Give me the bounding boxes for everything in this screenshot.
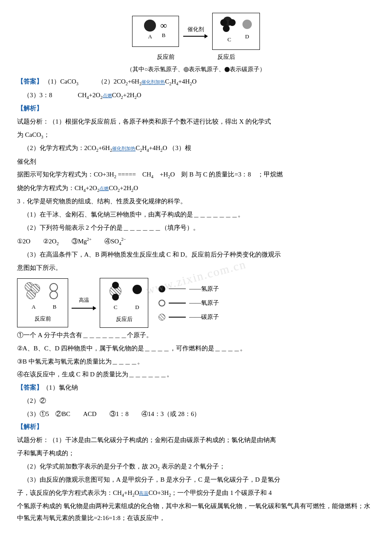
mol-A-label: A [148,32,152,41]
analysis3-p4: 子，该反应的化学方程式表示为：CH4+H2O高温CO+3H2；一个甲烷分子是由 … [17,487,375,499]
analysis1-title: 试题分析：（1）根据化学反应前后，各原子种类和原子个数不进行比较，得出 X 的化… [17,116,375,128]
analysis-catalyst-heat: 催化剂加热 [112,146,135,151]
mol-B-infinity: ∞ [160,21,167,30]
analysis1-p3: 催化剂 [17,156,375,168]
page-content: A ∞ B 催化剂 [17,13,375,524]
catalyst-label: 催化剂 [187,24,204,34]
after-molecules: C D [220,17,252,44]
diagram2-before-box: A B 反应前 [17,278,68,327]
q3-q3: （3）在高温条件下，A、B 两种物质发生反应生成 C 和 D。反应前后分子种类变… [17,249,375,261]
diagram2-after-mols: C D [106,282,142,312]
answer3-label-p: 【答案】（1）氯化钠 [17,382,375,394]
after-label: 反应后 [217,52,235,62]
analysis3-p2: （2）化学式前加数字表示的是分子个数，故 2O2 表示的是 2 个氧分子； [17,461,375,473]
analysis1-p2: （2）化学方程式为：2CO2+6H2催化剂加热C2H4+4H2O （3）根 [17,142,375,154]
legend-black-dot [159,286,165,292]
after-box: C D [212,13,260,50]
answer3-a2: （2）② [17,395,375,407]
legend-white-label: ——氧原子 [189,298,219,308]
legend-white-line [169,303,186,304]
diagram1-caption: （其中○表示氢原子、表示氧原子、表示碳原子） [17,64,375,75]
analysis1-label-p: 【解析】 [17,103,375,115]
analysis1-p4: 据图示可知化学方程式为：CO+3H2 ===== CH4 +H2O 则 B 与 … [17,169,375,181]
legend-white-circle [159,300,165,306]
high-temp-label: 高温 [79,296,89,305]
sub3: ③B 中氢元素与氧元素的质量比为＿＿＿＿。 [17,356,375,368]
answer3-a3: （3）①5 ②BC ACD ③1：8 ④14：3（或 28：6） [17,408,375,420]
mol-D-label: D [245,32,249,41]
high-temp-eq: 高温 [139,491,148,496]
mol-C-label: C [228,35,231,44]
d2-mol-A-label: A [32,302,35,312]
sub4: ④在该反应中，生成 C 和 D 的质量比为＿＿＿＿＿＿。 [17,369,375,381]
legend-black-label: ——氢原子 [189,283,219,294]
analysis3-p1: 子和氯离子构成的； [17,448,375,460]
analysis1-label: 【解析】 [17,105,43,112]
answer1-line: 【答案】 （1）CaCO3 （2）2CO2+6H2催化剂加热C2H4+4H2O [17,76,375,88]
q3-options: ①2O ②2O2 ③Mg2+ ④SO42− [17,235,375,248]
before-after-labels: 反应前 反应后 [17,52,375,62]
diagram2-before-mols: A B [25,282,61,312]
sub1: ①一个 A 分子中共含有＿＿＿＿＿＿＿个原子。 [17,330,375,341]
d2-mol-C-label: C [114,302,118,312]
legend: ——氢原子 ——氧原子 ——碳原子 [159,283,219,323]
legend-white-row: ——氧原子 [159,298,219,308]
legend-black-row: ——氢原子 [159,283,219,294]
mol-B-label: B [162,30,166,40]
d2-mol-B-label: B [53,302,57,312]
diagram2-arrow: 高温 [72,296,96,310]
analysis1-p5: 烧的化学方程式为：CH4+2O2点燃CO2+2H2O [17,182,375,194]
diagram2: A B 反应前 高温 [17,278,375,328]
analysis1-p1: 为 CaCO3； [17,129,375,141]
before-box: A ∞ B [132,16,179,47]
mol-D-gray [242,20,252,29]
q3-title: 3．化学是研究物质的组成、结构、性质及变化规律的科学。 [17,196,375,208]
diagram2-before-label: 反应前 [35,314,51,324]
legend-hatched-line [169,317,186,318]
analysis3-label-p: 【解析】 [17,421,375,433]
before-molecules: A ∞ B [144,20,167,41]
d2-mol-D-dot [133,285,142,298]
legend-hatched-label: ——碳原子 [189,312,219,322]
q3-q3b: 意图如下所示。 [17,262,375,274]
diagram2-after-box: C D 反应后 [100,278,148,328]
diagram2-after-label: 反应后 [116,314,133,324]
sub2: ②A、B、C、D 四种物质中，属于氧化物的是＿＿＿＿，可作燃料的是＿＿＿＿。 [17,343,375,355]
analysis3-p3: （3）由反应的微观示意图可知，A 是甲烷分子，B 是水分子，C 是一氧化碳分子，… [17,474,375,486]
mol-A-black [144,20,156,32]
d2-mol-D-label: D [135,302,139,312]
ignite-label: 点燃 [103,93,112,98]
catalyst-heat-label: 催化剂加热 [141,80,165,85]
answer1-line2: （3）3：8 CH4+2O2点燃CO2+2H2O [17,90,375,101]
arrow-catalyst: 催化剂 [183,24,208,38]
q3-q1: （1）在干冰、金刚石、氯化钠三种物质中，由离子构成的是＿＿＿＿＿＿＿。 [17,209,375,221]
legend-hatched-row: ——碳原子 [159,312,219,322]
legend-hatched-icon [159,314,165,321]
analysis3-label: 【解析】 [17,423,43,430]
q3-q2: （2）下列符号能表示 2 个分子的是＿＿＿＿＿＿（填序号）。 [17,222,375,234]
answer1-label: 【答案】 [17,78,43,85]
before-label: 反应前 [157,52,175,62]
reaction-diagram-1: A ∞ B 催化剂 [17,13,375,50]
analysis3-title: 试题分析：（1）干冰是由二氧化碳分子构成的；金刚石是由碳原子构成的；氯化钠是由钠… [17,434,375,446]
legend-black-line [169,289,186,289]
analysis3-p5: 个氢原子构成的 氧化物是由两种元素组成的化合物，其中水和一氧化碳属氧化物，一氧化… [17,500,375,524]
ignite2-label: 点燃 [99,186,109,191]
answer3-label: 【答案】 [17,384,43,391]
